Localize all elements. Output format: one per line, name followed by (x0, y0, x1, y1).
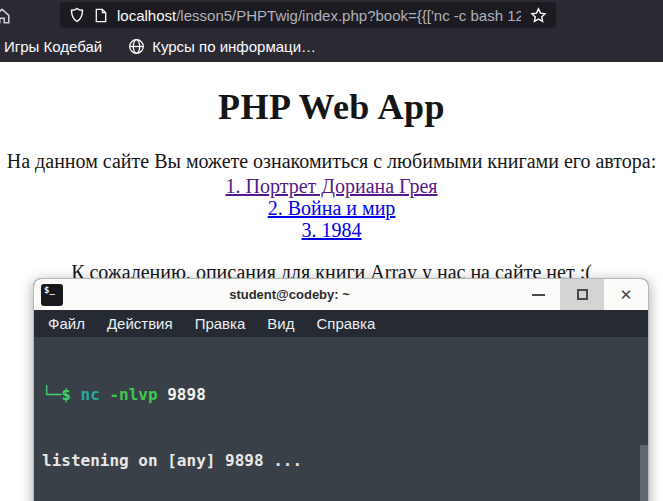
bookmark-star-icon[interactable] (530, 7, 547, 24)
shell-prompt: └─$ (42, 385, 81, 404)
bookmark-label: Игры Кодебай (4, 38, 102, 55)
menu-file[interactable]: Файл (48, 315, 85, 332)
menu-actions[interactable]: Действия (107, 315, 173, 332)
book-link-2[interactable]: 2. Война и мир (0, 197, 663, 219)
terminal-command-line: └─$ nc -nlvp 9898 (42, 384, 638, 406)
bookmark-item-kodeby[interactable]: Игры Кодебай (4, 38, 102, 55)
terminal-titlebar[interactable]: $_ student@codeby: ~ ✕ (34, 279, 648, 310)
url-path: /lesson5/PHPTwig/index.php?book={{['nc -… (176, 7, 521, 24)
book-list: 1. Портрет Дориана Грея 2. Война и мир 3… (0, 175, 663, 241)
maximize-button[interactable] (560, 279, 604, 310)
page-info-icon[interactable] (94, 8, 108, 23)
url-host: localhost (117, 7, 176, 24)
minimize-button[interactable] (516, 279, 560, 310)
address-text[interactable]: localhost/lesson5/PHPTwig/index.php?book… (117, 7, 521, 24)
menu-edit[interactable]: Правка (195, 315, 246, 332)
close-icon: ✕ (620, 287, 633, 302)
menu-help[interactable]: Справка (316, 315, 375, 332)
bookmark-item-courses[interactable]: Курсы по информаци… (128, 38, 316, 55)
minimize-icon (532, 294, 545, 296)
bookmark-label: Курсы по информаци… (152, 38, 316, 55)
home-icon[interactable] (0, 7, 11, 29)
maximize-icon (577, 289, 588, 300)
intro-text: На данном сайте Вы можете ознакомиться с… (0, 150, 663, 173)
terminal-scrollbar[interactable] (640, 445, 648, 501)
browser-chrome: localhost/lesson5/PHPTwig/index.php?book… (0, 0, 663, 62)
menu-view[interactable]: Вид (267, 315, 294, 332)
terminal-output[interactable]: └─$ nc -nlvp 9898 listening on [any] 989… (34, 337, 648, 501)
browser-toolbar: localhost/lesson5/PHPTwig/index.php?book… (0, 0, 663, 30)
close-button[interactable]: ✕ (604, 279, 648, 310)
terminal-line: listening on [any] 9898 ... (42, 450, 638, 472)
book-link-3[interactable]: 3. 1984 (0, 219, 663, 241)
bookmarks-bar: Игры Кодебай Курсы по информаци… (0, 30, 663, 62)
terminal-window: $_ student@codeby: ~ ✕ Файл Действия Пра… (33, 278, 649, 501)
terminal-title: student@codeby: ~ (63, 287, 516, 302)
terminal-menubar: Файл Действия Правка Вид Справка (34, 310, 648, 337)
shield-permissions-icon[interactable] (69, 7, 85, 23)
page-title: PHP Web App (0, 86, 663, 128)
terminal-app-icon: $_ (41, 284, 63, 306)
url-bar[interactable]: localhost/lesson5/PHPTwig/index.php?book… (60, 2, 556, 28)
book-link-1[interactable]: 1. Портрет Дориана Грея (0, 175, 663, 197)
globe-icon (128, 38, 145, 55)
